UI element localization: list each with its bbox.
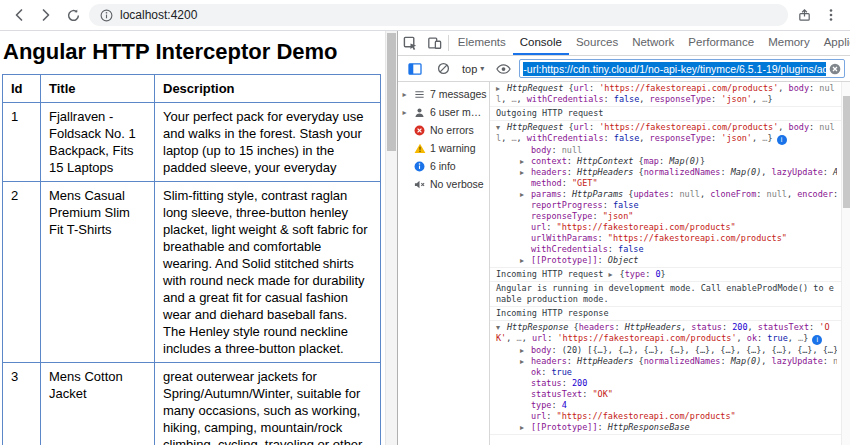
console-token: : — [720, 356, 730, 366]
expander-icon[interactable]: ▸ — [520, 345, 531, 356]
tab-application[interactable]: Application — [817, 31, 850, 55]
console-token: HttpHeaders — [577, 167, 638, 177]
console-message: Angular is running in development mode. … — [490, 282, 841, 307]
object-property-row: ▸[[Prototype]]: HttpResponseBase — [496, 422, 837, 433]
console-token: withCredentials — [531, 244, 608, 254]
console-token: : — [589, 122, 599, 132]
object-property-row: responseType: "json" — [496, 211, 837, 222]
console-sidebar-toggle-icon[interactable] — [403, 63, 427, 75]
console-filter-info[interactable]: 6 info — [398, 157, 489, 175]
device-toolbar-icon[interactable] — [422, 31, 446, 55]
console-token: HttpHeaders — [577, 356, 638, 366]
console-token: , — [506, 333, 516, 343]
console-token: , — [788, 333, 798, 343]
messages-icon — [413, 89, 426, 100]
console-token: , — [778, 83, 788, 93]
console-token: HttpResponseBase — [608, 422, 690, 432]
object-property-row: ▸headers: HttpHeaders {normalizedNames: … — [496, 167, 837, 178]
console-toolbar: top ▾ -url:https://cdn.tiny.cloud/1/no-a… — [398, 56, 850, 82]
page-scrollbar[interactable] — [385, 31, 397, 445]
page-scrollbar-thumb[interactable] — [387, 33, 396, 151]
console-token: Angular is running in development mode. … — [496, 283, 834, 304]
console-token: : — [608, 244, 618, 254]
tab-memory[interactable]: Memory — [761, 31, 817, 55]
console-filter-messages[interactable]: ▸7 messages — [398, 85, 489, 103]
expander-icon[interactable]: ▸ — [520, 255, 531, 266]
back-icon[interactable] — [8, 4, 30, 26]
console-token: body — [789, 83, 809, 93]
console-token: HttpRequest — [507, 122, 568, 132]
reload-icon[interactable] — [62, 4, 84, 26]
expander-icon[interactable]: ▸ — [520, 422, 531, 433]
site-info-icon[interactable] — [99, 8, 113, 22]
console-message-text: Angular is running in development mode. … — [496, 283, 837, 305]
console-filter-error[interactable]: No errors — [398, 121, 489, 139]
console-filter-verbose[interactable]: No verbose — [398, 175, 489, 193]
console-token: : — [833, 189, 837, 199]
object-properties: body: null▸context: HttpContext {map: Ma… — [496, 145, 837, 266]
tab-performance[interactable]: Performance — [681, 31, 761, 55]
console-token: null — [833, 356, 837, 366]
cell-id: 2 — [3, 182, 41, 363]
console-token: body — [789, 122, 809, 132]
devtools-panel: ElementsConsoleSourcesNetworkPerformance… — [397, 31, 850, 445]
console-scrollbar[interactable] — [841, 82, 850, 445]
console-filter-user[interactable]: ▸6 user messages — [398, 103, 489, 121]
console-filter-input[interactable]: -url:https://cdn.tiny.cloud/1/no-api-key… — [519, 59, 845, 78]
tab-sources[interactable]: Sources — [569, 31, 625, 55]
console-token: : — [604, 133, 614, 143]
address-bar[interactable]: localhost:4200 — [89, 4, 788, 26]
tab-network[interactable]: Network — [625, 31, 681, 55]
console-token: : — [562, 378, 572, 388]
expander-icon[interactable]: ▸ — [520, 167, 531, 178]
console-token: lazyUpdate — [772, 167, 823, 177]
console-token: headers — [579, 322, 615, 332]
forward-icon[interactable] — [35, 4, 57, 26]
share-icon[interactable] — [793, 4, 815, 26]
javascript-context-select[interactable]: top ▾ — [459, 63, 487, 75]
expander-icon[interactable]: ▾ — [496, 122, 507, 133]
console-token: : — [823, 167, 833, 177]
console-token: headers — [531, 167, 567, 177]
expander-icon[interactable]: ▸ — [520, 356, 531, 367]
expand-arrow-icon: ▸ — [400, 108, 409, 117]
console-token: responseType — [650, 94, 711, 104]
console-token: HttpRequest — [507, 83, 568, 93]
console-token: } — [803, 333, 808, 343]
browser-menu-icon[interactable] — [820, 4, 842, 26]
console-message-text: ▸HttpRequest {url: 'https://fakestoreapi… — [496, 83, 837, 105]
warning-icon — [413, 143, 426, 154]
console-token: , — [517, 94, 527, 104]
console-token: false — [618, 244, 644, 254]
console-filter-warning[interactable]: 1 warning — [398, 139, 489, 157]
console-token: , — [737, 333, 747, 343]
console-scrollbar-thumb[interactable] — [843, 96, 850, 208]
filter-label: No errors — [430, 124, 474, 136]
object-property-row: url: "https://fakestoreapi.com/products" — [496, 222, 837, 233]
expander-icon[interactable]: ▾ — [496, 322, 507, 333]
cell-description: Your perfect pack for everyday use and w… — [155, 103, 381, 182]
console-token: : — [598, 233, 608, 243]
console-token: : — [756, 189, 766, 199]
console-token: [[Prototype]] — [531, 422, 598, 432]
live-expression-icon[interactable] — [491, 63, 515, 75]
expander-icon[interactable]: ▸ — [496, 83, 507, 94]
expander-icon[interactable]: ▸ — [520, 156, 531, 167]
info-icon: i — [812, 335, 822, 345]
clear-filter-icon[interactable] — [829, 63, 841, 75]
console-token: HttpResponse — [507, 322, 574, 332]
tab-console[interactable]: Console — [513, 31, 569, 55]
console-token: Map(0) — [669, 156, 700, 166]
console-token: "OK" — [592, 389, 612, 399]
console-token: , — [522, 333, 532, 343]
console-token: Map(0) — [731, 356, 762, 366]
expander-icon[interactable]: ▸ — [609, 269, 620, 280]
verbose-icon — [413, 179, 426, 190]
console-token: statusText — [758, 322, 809, 332]
inspect-element-icon[interactable] — [398, 31, 422, 55]
console-token: : — [551, 345, 561, 355]
clear-console-icon[interactable] — [431, 62, 455, 75]
tab-elements[interactable]: Elements — [451, 31, 513, 55]
column-header: Title — [41, 75, 155, 103]
expander-icon[interactable]: ▸ — [520, 189, 531, 200]
